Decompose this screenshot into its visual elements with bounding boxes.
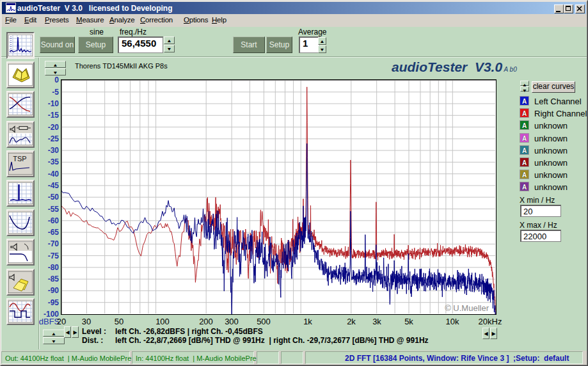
svg-text:© U.Mueller: © U.Mueller xyxy=(445,303,489,313)
svg-text:TSP: TSP xyxy=(13,155,26,163)
